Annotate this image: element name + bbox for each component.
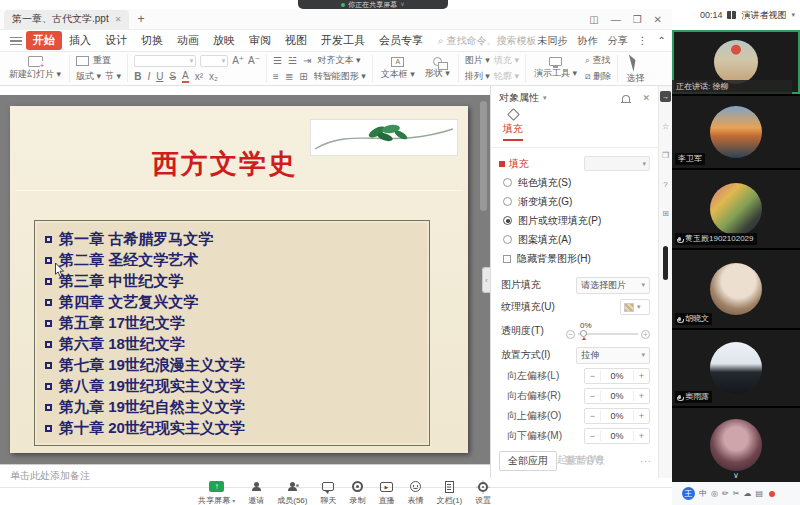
share-button[interactable]: 分享 <box>608 34 628 48</box>
present-tools-button[interactable]: 演示工具 ▾ <box>529 52 582 85</box>
fill-preset-select[interactable]: ▾ <box>584 156 650 171</box>
collaborate-button[interactable]: 协作 <box>578 34 598 48</box>
menu-design[interactable]: 设计 <box>98 31 134 50</box>
scissors-icon[interactable]: ✂ <box>733 489 740 498</box>
record-button[interactable]: 录制 <box>349 480 365 505</box>
cloud-icon[interactable]: ☁ <box>743 489 751 498</box>
view-mode-caret[interactable]: ▾ <box>791 11 795 19</box>
underline-button[interactable]: U <box>156 71 163 82</box>
emoji-button[interactable]: 表情 <box>407 480 423 505</box>
transparency-slider[interactable]: 0% − + <box>566 324 650 339</box>
list-icon[interactable]: ▤ <box>755 489 763 498</box>
view-mode-select[interactable]: 演讲者视图 <box>741 9 786 22</box>
italic-button[interactable]: I <box>147 71 150 82</box>
apply-all-button[interactable]: 全部应用 <box>499 451 557 471</box>
fill-section-header[interactable]: 填充 ▾ <box>499 156 650 171</box>
select-button[interactable]: 选择 <box>621 52 649 85</box>
stepper-minus-icon[interactable]: − <box>585 411 601 421</box>
increase-font-icon[interactable]: A⁺ <box>232 55 244 66</box>
number-list-icon[interactable]: ☱ <box>288 55 297 66</box>
strikethrough-button[interactable]: S <box>169 71 176 82</box>
option-hide-background[interactable]: 隐藏背景图形(H) <box>491 249 658 268</box>
target-icon[interactable]: ◎ <box>711 489 718 498</box>
offset-left-stepper[interactable]: − 0% + <box>584 368 650 384</box>
outline-button[interactable]: 轮廓 ▾ <box>494 70 519 83</box>
font-family-select[interactable]: ▾ <box>134 55 196 67</box>
font-size-select[interactable]: ▾ <box>200 55 228 67</box>
slider-plus-icon[interactable]: + <box>641 330 650 339</box>
canvas-scrollbar[interactable] <box>480 101 487 211</box>
placement-select[interactable]: 拉伸▾ <box>576 347 650 364</box>
wps-taskbar-icon[interactable]: 王 <box>682 487 695 500</box>
new-slide-button[interactable]: 新建幻灯片 ▾ <box>4 52 66 85</box>
participant-tile[interactable]: 正在讲话: 徐柳 <box>672 30 800 96</box>
section-button[interactable]: 节 ▾ <box>105 70 121 83</box>
columns-icon[interactable]: ⊞ <box>299 71 307 82</box>
tab-fill[interactable]: 填充 <box>503 110 523 141</box>
picture-fill-select[interactable]: 请选择图片▾ <box>576 277 650 294</box>
document-tab[interactable]: 第一章、古代文学.ppt ✕ <box>4 10 129 29</box>
strip-scroll-pill[interactable] <box>663 246 668 280</box>
option-picture-fill[interactable]: 图片或纹理填充(P) <box>491 211 658 230</box>
option-pattern-fill[interactable]: 图案填充(A) <box>491 230 658 249</box>
slider-thumb[interactable] <box>580 330 587 337</box>
align-left-icon[interactable]: ≡ <box>273 71 279 82</box>
command-search[interactable]: ⌕ 查找命令、搜索模板 <box>438 34 537 48</box>
participant-tile[interactable]: 窦雨露 <box>672 330 800 408</box>
fill-button[interactable]: 填充 ▾ <box>494 54 519 67</box>
delete-button[interactable]: ⧄ 删除 <box>585 70 611 83</box>
maximize-button[interactable]: ❐ <box>633 14 642 25</box>
stepper-minus-icon[interactable]: − <box>585 371 601 381</box>
panel-collapse-handle[interactable]: ‹ <box>482 267 490 293</box>
stepper-minus-icon[interactable]: − <box>585 391 601 401</box>
banner-collapse-icon[interactable]: ∨ <box>400 0 404 9</box>
window-icon[interactable]: ❐ <box>662 151 669 160</box>
bullet-list-icon[interactable]: ☰ <box>273 55 282 66</box>
slide-canvas[interactable]: 西方文学史 第一章 古希腊罗马文学 第二章 圣经文学艺术 第三章 中世纪文学 第… <box>0 95 490 464</box>
new-tab-button[interactable]: + <box>137 12 144 26</box>
menu-review[interactable]: 审阅 <box>242 31 278 50</box>
members-button[interactable]: 成员(56) <box>277 480 307 505</box>
pencil-icon[interactable]: ✏ <box>722 489 729 498</box>
offset-right-stepper[interactable]: − 0% + <box>584 388 650 404</box>
bold-button[interactable]: B <box>134 71 141 82</box>
chat-button[interactable]: 聊天 <box>320 480 336 505</box>
share-screen-button[interactable]: ↑ 共享屏幕 ▾ <box>198 480 235 505</box>
reset-button[interactable]: 重置 <box>93 54 111 67</box>
close-button[interactable]: ✕ <box>654 14 662 25</box>
slide[interactable]: 西方文学史 第一章 古希腊罗马文学 第二章 圣经文学艺术 第三章 中世纪文学 第… <box>10 106 468 453</box>
participant-tile[interactable]: 胡晓文 <box>672 250 800 330</box>
more-menu-icon[interactable]: ⋮ <box>638 35 648 46</box>
picture-button[interactable]: 图片 ▾ <box>465 54 490 67</box>
screen-share-banner[interactable]: 你正在共享屏幕 ∨ <box>298 0 448 9</box>
stepper-plus-icon[interactable]: + <box>633 391 649 401</box>
stepper-plus-icon[interactable]: + <box>633 431 649 441</box>
menu-transition[interactable]: 切换 <box>134 31 170 50</box>
arrange-button[interactable]: 排列 ▾ <box>465 70 490 83</box>
bell-icon[interactable] <box>622 95 630 102</box>
participant-tile[interactable]: 黄玉殿1902102029 <box>672 170 800 250</box>
text-box-button[interactable]: A 文本框 ▾ <box>376 52 420 85</box>
stepper-minus-icon[interactable]: − <box>585 431 601 441</box>
ime-indicator[interactable]: 中 <box>699 488 707 499</box>
font-color-button[interactable]: A <box>182 70 189 83</box>
align-center-icon[interactable]: ≣ <box>285 71 293 82</box>
stepper-plus-icon[interactable]: + <box>633 411 649 421</box>
star-icon[interactable]: ☆ <box>662 122 669 131</box>
slide-logo-box[interactable] <box>310 119 458 156</box>
menu-devtools[interactable]: 开发工具 <box>314 31 372 50</box>
smart-graphic-button[interactable]: 转智能图形 ▾ <box>314 70 366 83</box>
collapse-ribbon-icon[interactable]: ⌃ <box>658 35 666 46</box>
settings-button[interactable]: 设置 <box>475 480 491 505</box>
menu-membership[interactable]: 会员专享 <box>372 31 430 50</box>
menu-view[interactable]: 视图 <box>278 31 314 50</box>
participant-tile[interactable]: ∨ <box>672 408 800 482</box>
slider-track[interactable] <box>578 333 638 335</box>
option-gradient-fill[interactable]: 渐变填充(G) <box>491 192 658 211</box>
collapse-tiles-icon[interactable]: ∨ <box>733 471 739 480</box>
layout-button[interactable]: 版式 ▾ <box>76 70 101 83</box>
offset-down-stepper[interactable]: − 0% + <box>584 428 650 444</box>
minimize-button[interactable]: — <box>611 14 621 25</box>
footer-more-icon[interactable]: ··· <box>640 456 652 466</box>
props-close-icon[interactable]: ✕ <box>642 93 650 103</box>
